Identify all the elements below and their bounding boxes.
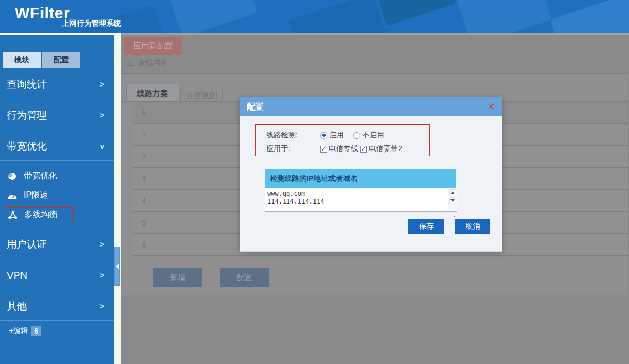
line-detect-label: 线路检测: (266, 131, 320, 140)
chevron-right-icon: > (100, 292, 104, 320)
checkbox-telecom-line[interactable]: ✓ (320, 146, 327, 153)
collapse-arrow-icon (116, 264, 119, 269)
keyboard-decor (373, 0, 456, 26)
configure-button[interactable]: 配置 (220, 268, 269, 287)
edit-link[interactable]: +编辑 6 (9, 326, 41, 336)
radio-disable-label[interactable]: 不启用 (362, 131, 384, 140)
radio-enable-label[interactable]: 启用 (329, 131, 344, 140)
cancel-button[interactable]: 取消 (455, 219, 490, 234)
tab-config[interactable]: 配置 (42, 52, 80, 68)
keyboard-decor (288, 0, 390, 33)
tab-line-plan[interactable]: 线路方案 (126, 84, 179, 102)
dialog-titlebar: 配置 ✕ (240, 97, 502, 116)
sidebar-gutter (114, 35, 121, 364)
keyboard-decor (456, 0, 552, 33)
sidebar-tabs: 模块 配置 (3, 52, 80, 68)
column-header-index: # (133, 102, 155, 124)
edit-count-badge: 6 (31, 326, 41, 336)
speedometer-icon (7, 191, 20, 200)
submenu-item-ip-limit[interactable]: IP限速 (0, 186, 114, 205)
checkbox-telecom-line-label[interactable]: 电信专线 (329, 144, 358, 154)
textarea-scrollbar[interactable] (448, 188, 457, 211)
sidebar-item-bandwidth-opt[interactable]: 带宽优化 v (0, 132, 114, 160)
breadcrumb-label: 多线均衡 (138, 58, 167, 68)
radio-disable[interactable] (353, 132, 360, 139)
checkbox-telecom-broadband2[interactable]: ✓ (360, 146, 367, 153)
sidebar: 模块 配置 查询统计 > 行为管理 > 带宽优化 v 带宽优化 (0, 35, 114, 364)
sidebar-item-vpn[interactable]: VPN > (0, 261, 114, 290)
scroll-down-icon[interactable] (449, 197, 456, 204)
save-button[interactable]: 保存 (408, 219, 444, 234)
chevron-right-icon: > (100, 70, 104, 99)
line-detect-fieldset: 线路检测: 启用 不启用 应用于: ✓ 电信专线 ✓ 电信宽带2 (255, 124, 430, 156)
bandwidth-submenu: 带宽优化 IP限速 多线均衡 (0, 163, 114, 228)
tab-modules[interactable]: 模块 (3, 52, 41, 68)
panel-tabs: 线路方案 分流规则 (126, 84, 223, 102)
breadcrumb: 多线均衡 (126, 58, 167, 68)
app-header: WFilter 上网行为管理系统 (0, 0, 629, 33)
apply-to-row: 应用于: ✓ 电信专线 ✓ 电信宽带2 (266, 143, 429, 155)
sidebar-menu: 查询统计 > 行为管理 > 带宽优化 v 带宽优化 IP限速 (0, 70, 114, 323)
apply-to-label: 应用于: (266, 144, 320, 154)
checkbox-telecom-broadband2-label[interactable]: 电信宽带2 (369, 144, 402, 154)
menu-divider (0, 320, 114, 323)
submenu-item-multiline-balance[interactable]: 多线均衡 (4, 207, 73, 222)
ip-list-value: www.qq.com 114.114.114.114 (265, 188, 448, 211)
ip-list-header: 检测线路的IP地址或者域名 (265, 169, 456, 188)
config-dialog: 配置 ✕ 线路检测: 启用 不启用 应用于: ✓ 电信专线 ✓ 电信宽带2 检测… (240, 97, 502, 252)
ip-list-textarea[interactable]: www.qq.com 114.114.114.114 (265, 188, 457, 212)
sidebar-item-behavior-mgmt[interactable]: 行为管理 > (0, 101, 114, 130)
tab-split-rules[interactable]: 分流规则 (180, 88, 223, 102)
submenu-item-bandwidth-opt[interactable]: 带宽优化 (0, 166, 114, 186)
scroll-up-icon[interactable] (449, 189, 456, 196)
chevron-right-icon: > (100, 261, 104, 290)
dialog-title: 配置 (247, 102, 264, 111)
multiline-network-icon (8, 210, 20, 220)
radio-enable[interactable] (320, 132, 327, 139)
chevron-right-icon: > (100, 230, 104, 259)
apply-new-config-button[interactable]: 应用新配置 (124, 37, 182, 55)
chevron-right-icon: > (100, 101, 104, 130)
sidebar-item-query-stats[interactable]: 查询统计 > (0, 70, 114, 99)
close-icon[interactable]: ✕ (488, 97, 495, 116)
keyboard-decor (550, 0, 629, 33)
line-detect-row: 线路检测: 启用 不启用 (266, 129, 429, 142)
sidebar-item-user-auth[interactable]: 用户认证 > (0, 230, 114, 259)
keyboard-decor (168, 0, 257, 33)
multiline-network-icon (126, 59, 134, 67)
dialog-body: 线路检测: 启用 不启用 应用于: ✓ 电信专线 ✓ 电信宽带2 检测线路的IP… (240, 116, 502, 252)
sidebar-collapse-handle[interactable] (114, 247, 120, 286)
sidebar-item-others[interactable]: 其他 > (0, 292, 114, 320)
bandwidth-circle-icon (7, 172, 20, 181)
app-subtitle: 上网行为管理系统 (62, 19, 121, 28)
add-button[interactable]: 新增 (153, 268, 202, 287)
chevron-down-icon: v (100, 132, 104, 160)
